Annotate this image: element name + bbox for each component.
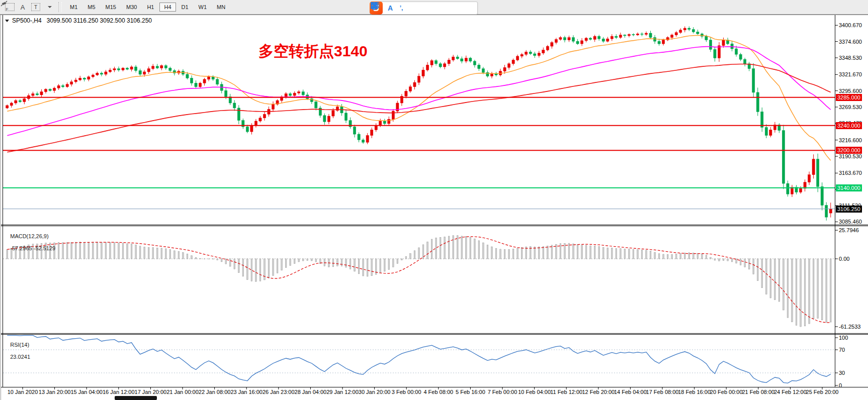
price-badge: 3140.000 bbox=[836, 184, 862, 191]
time-axis-label: 30 Jan 20:00 bbox=[359, 389, 391, 395]
price-badge: 3106.250 bbox=[836, 206, 862, 213]
price-badge: 3285.000 bbox=[836, 94, 862, 101]
rsi-label: RSI(14) bbox=[10, 342, 29, 348]
taskbar-peek bbox=[115, 396, 157, 400]
time-axis-label: 10 Feb 04:00 bbox=[518, 389, 551, 395]
price-tick-label: 3216.600 bbox=[839, 137, 862, 143]
rsi-pane-header: RSI(14) 23.0241 bbox=[4, 336, 30, 366]
chart-title: SP500-,H4 3099.500 3116.250 3092.500 310… bbox=[5, 17, 152, 24]
price-tick-label: 3321.670 bbox=[839, 71, 862, 77]
time-axis-label: 21 Feb 08:00 bbox=[742, 389, 774, 395]
time-axis-label: 28 Jan 04:00 bbox=[295, 389, 327, 395]
chart-annotation-text: 多空转折点3140 bbox=[258, 41, 368, 62]
time-axis-label: 23 Jan 16:00 bbox=[230, 389, 263, 395]
time-axis-label: 12 Feb 20:00 bbox=[582, 389, 615, 395]
macd-tick-label: -61.2533 bbox=[839, 324, 860, 330]
price-tick-label: 3269.530 bbox=[839, 104, 862, 110]
rsi-tick-label: 0 bbox=[839, 382, 842, 388]
time-axis-label: 7 Feb 00:00 bbox=[488, 389, 517, 395]
time-axis-label: 15 Jan 04:00 bbox=[70, 389, 103, 395]
rsi-tick-label: 100 bbox=[839, 335, 848, 341]
price-tick-label: 3348.530 bbox=[839, 55, 862, 61]
macd-pane-header: MACD(12,26,9) -57.2965 -52.5129 bbox=[4, 227, 55, 257]
price-tick-label: 3085.460 bbox=[839, 219, 862, 225]
time-axis-label: 20 Feb 00:00 bbox=[710, 389, 743, 395]
chart-ohlc-values: 3099.500 3116.250 3092.500 3106.250 bbox=[47, 17, 152, 24]
time-axis-label: 24 Feb 12:00 bbox=[774, 389, 807, 395]
time-axis-label: 17 Jan 20:00 bbox=[135, 389, 167, 395]
time-axis-label: 18 Feb 16:00 bbox=[678, 389, 711, 395]
price-tick-label: 3295.600 bbox=[839, 88, 862, 94]
price-tick-label: 3190.530 bbox=[839, 153, 862, 159]
time-axis-label: 13 Jan 20:00 bbox=[39, 389, 71, 395]
symbol-dropdown-icon[interactable] bbox=[5, 20, 9, 22]
macd-values: -57.2965 -52.5129 bbox=[10, 245, 55, 251]
time-axis-label: 11 Feb 12:00 bbox=[550, 389, 582, 395]
mt4-window: F A T M1M5M15M30H1H4D1W1MN S A’, SP500- bbox=[0, 0, 868, 400]
time-axis-label: 22 Jan 08:00 bbox=[199, 389, 231, 395]
rsi-tick-label: 70 bbox=[839, 347, 845, 353]
price-tick-label: 3374.600 bbox=[839, 39, 862, 45]
time-axis-label: 10 Jan 2020 bbox=[8, 389, 38, 395]
rsi-tick-label: 30 bbox=[839, 370, 845, 376]
price-badge: 3200.000 bbox=[836, 147, 862, 154]
macd-label: MACD(12,26,9) bbox=[10, 233, 48, 239]
price-badge: 3240.000 bbox=[836, 122, 862, 129]
time-axis-label: 25 Feb 20:00 bbox=[806, 389, 839, 395]
chart-canvas[interactable] bbox=[0, 0, 868, 400]
time-axis-label: 4 Feb 08:00 bbox=[423, 389, 453, 395]
price-tick-label: 3163.670 bbox=[839, 170, 862, 176]
time-axis-label: 29 Jan 12:00 bbox=[326, 389, 359, 395]
time-axis-label: 17 Feb 08:00 bbox=[646, 389, 679, 395]
price-tick-label: 3400.670 bbox=[839, 22, 862, 28]
rsi-value: 23.0241 bbox=[10, 354, 30, 360]
time-axis-label: 14 Feb 04:00 bbox=[614, 389, 647, 395]
time-axis-label: 16 Jan 12:00 bbox=[103, 389, 135, 395]
time-axis-label: 3 Feb 00:00 bbox=[392, 389, 421, 395]
time-axis-label: 26 Jan 23:00 bbox=[263, 389, 295, 395]
chart-symbol-label: SP500-,H4 bbox=[12, 17, 42, 24]
macd-tick-label: 25.7946 bbox=[839, 227, 859, 233]
time-axis-label: 5 Feb 16:00 bbox=[456, 389, 485, 395]
macd-tick-label: 0.00 bbox=[839, 256, 849, 262]
time-axis-label: 21 Jan 00:00 bbox=[166, 389, 199, 395]
